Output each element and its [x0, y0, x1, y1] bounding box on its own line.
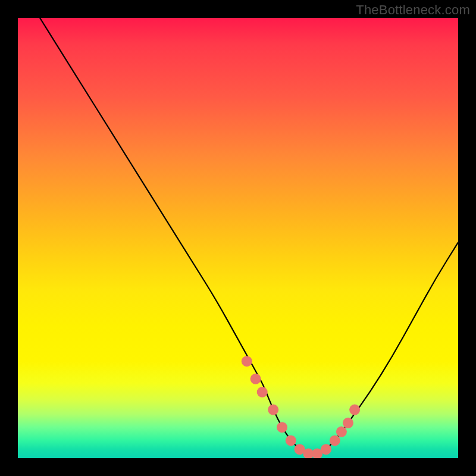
highlight-dot: [242, 356, 252, 367]
curve-layer: [18, 18, 458, 458]
highlight-dot: [277, 422, 287, 433]
highlight-dot: [286, 435, 296, 446]
highlight-dot: [268, 405, 278, 415]
highlight-dot: [257, 387, 268, 397]
highlight-dots: [242, 356, 360, 458]
highlight-dot: [321, 444, 331, 455]
bottleneck-curve: [40, 18, 458, 454]
watermark-text: TheBottleneck.com: [356, 2, 470, 18]
chart-frame: TheBottleneck.com: [0, 0, 476, 476]
highlight-dot: [343, 418, 353, 428]
highlight-dot: [330, 435, 340, 446]
highlight-dot: [250, 374, 261, 384]
plot-area: [18, 18, 458, 458]
highlight-dot: [336, 427, 347, 437]
highlight-dot: [349, 405, 360, 415]
